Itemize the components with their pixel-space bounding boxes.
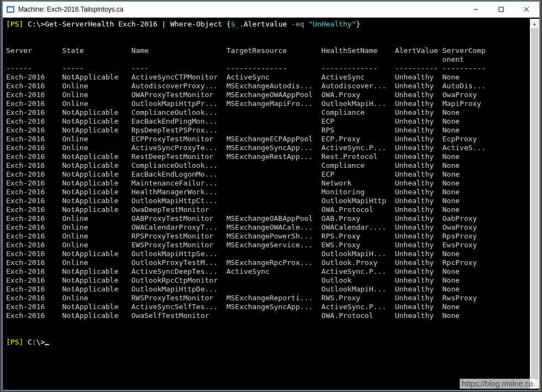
close-button[interactable] bbox=[514, 2, 539, 17]
scroll-thumb[interactable] bbox=[531, 28, 538, 379]
minimize-button[interactable] bbox=[463, 2, 488, 17]
vertical-scrollbar[interactable]: ▴ ▾ bbox=[530, 19, 539, 389]
title-bar[interactable]: Machine: Exch-2016.Tailspintoys.ca bbox=[3, 2, 539, 18]
client-area: [PS] C:\>Get-ServerHealth Exch-2016 | Wh… bbox=[3, 18, 539, 390]
app-icon bbox=[6, 5, 15, 14]
maximize-button[interactable] bbox=[488, 2, 514, 17]
scroll-track[interactable] bbox=[530, 28, 539, 379]
console-output[interactable]: [PS] C:\>Get-ServerHealth Exch-2016 | Wh… bbox=[3, 19, 530, 389]
svg-rect-2 bbox=[8, 7, 13, 8]
svg-rect-4 bbox=[499, 7, 503, 12]
app-window: Machine: Exch-2016.Tailspintoys.ca [PS] … bbox=[2, 1, 540, 390]
window-title: Machine: Exch-2016.Tailspintoys.ca bbox=[18, 6, 124, 13]
scroll-up-button[interactable]: ▴ bbox=[530, 19, 539, 28]
watermark-text: https://blog.rmilne.ca bbox=[460, 379, 535, 389]
